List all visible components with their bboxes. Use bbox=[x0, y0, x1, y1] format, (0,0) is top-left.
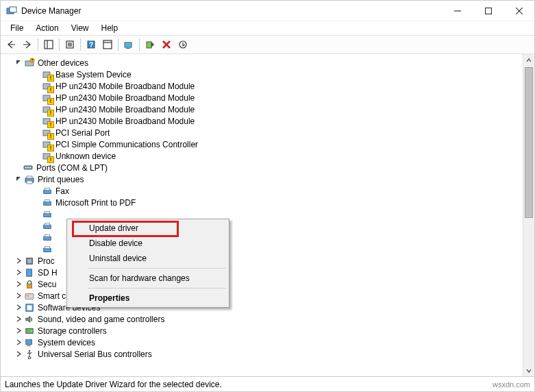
uninstall-button[interactable] bbox=[159, 37, 174, 52]
tree-node-pci-simple-comm[interactable]: PCI Simple Communications Controller bbox=[1, 138, 523, 150]
show-hide-tree-button[interactable] bbox=[41, 37, 56, 52]
chevron-right-icon[interactable] bbox=[14, 269, 23, 277]
svg-rect-1 bbox=[10, 7, 16, 12]
svg-rect-49 bbox=[45, 246, 50, 248]
tree-node-hp-broadband[interactable]: HP un2430 Mobile Broadband Module bbox=[1, 92, 523, 103]
tree-node-base-system-device[interactable]: Base System Device bbox=[1, 69, 523, 80]
chevron-right-icon[interactable] bbox=[14, 339, 23, 347]
device-tree[interactable]: ? Other devices Base System Device HP un… bbox=[1, 54, 523, 376]
chevron-right-icon[interactable] bbox=[14, 280, 23, 289]
svg-rect-41 bbox=[45, 199, 50, 201]
tree-label: HP un2430 Mobile Broadband Module bbox=[55, 82, 195, 91]
tree-node-sound-video[interactable]: Sound, video and game controllers bbox=[1, 313, 523, 325]
tree-label: Storage controllers bbox=[38, 326, 107, 336]
svg-point-33 bbox=[27, 167, 29, 168]
help-button[interactable]: ? bbox=[84, 37, 99, 52]
svg-point-34 bbox=[29, 167, 31, 168]
tree-label: Universal Serial Bus controllers bbox=[38, 350, 152, 359]
svg-rect-61 bbox=[27, 345, 31, 346]
svg-rect-53 bbox=[27, 284, 32, 288]
ctx-disable-device[interactable]: Disable device bbox=[69, 236, 227, 251]
properties-button[interactable] bbox=[62, 37, 77, 52]
tree-node-print-queues[interactable]: Print queues bbox=[1, 173, 523, 185]
svg-rect-36 bbox=[27, 176, 32, 178]
back-button[interactable] bbox=[3, 37, 18, 52]
maximize-button[interactable] bbox=[473, 1, 503, 21]
svg-rect-55 bbox=[27, 295, 29, 297]
disable-button[interactable] bbox=[175, 37, 190, 52]
tree-label: Other devices bbox=[38, 58, 88, 68]
printer-icon bbox=[42, 209, 53, 220]
tree-node-unknown-device[interactable]: Unknown device bbox=[1, 150, 523, 162]
toolbar: ? bbox=[1, 35, 534, 54]
action-center-button[interactable] bbox=[100, 37, 115, 52]
title-bar: Device Manager bbox=[1, 1, 534, 21]
menu-file[interactable]: File bbox=[5, 23, 29, 34]
tree-node-pci-serial-port[interactable]: PCI Serial Port bbox=[1, 127, 523, 138]
software-icon bbox=[24, 302, 35, 313]
ctx-properties[interactable]: Properties bbox=[69, 291, 227, 306]
tree-label: Sound, video and game controllers bbox=[38, 315, 164, 324]
chevron-right-icon[interactable] bbox=[14, 304, 23, 312]
svg-rect-14 bbox=[103, 40, 112, 49]
tree-label: Proc bbox=[38, 256, 55, 266]
security-icon bbox=[24, 279, 35, 290]
device-warning-icon bbox=[42, 81, 53, 92]
ports-icon bbox=[23, 162, 34, 173]
chevron-right-icon[interactable] bbox=[14, 350, 23, 358]
tree-label: SD H bbox=[38, 268, 58, 278]
tree-node-fax[interactable]: Fax bbox=[1, 185, 523, 197]
close-button[interactable] bbox=[503, 1, 534, 21]
tree-label: HP un2430 Mobile Broadband Module bbox=[55, 93, 195, 103]
menu-view[interactable]: View bbox=[66, 23, 95, 34]
scroll-down-button[interactable] bbox=[523, 365, 534, 376]
printer-icon bbox=[42, 197, 53, 208]
menu-help[interactable]: Help bbox=[96, 23, 124, 34]
window-controls bbox=[442, 1, 534, 21]
tree-node-hp-broadband[interactable]: HP un2430 Mobile Broadband Module bbox=[1, 103, 523, 115]
vertical-scrollbar[interactable] bbox=[523, 54, 534, 376]
tree-node-hp-broadband[interactable]: HP un2430 Mobile Broadband Module bbox=[1, 115, 523, 127]
svg-rect-25 bbox=[43, 95, 50, 101]
tree-node-usb-controllers[interactable]: Universal Serial Bus controllers bbox=[1, 348, 523, 360]
tree-node-ports[interactable]: Ports (COM & LPT) bbox=[1, 162, 523, 173]
tree-label: Ports (COM & LPT) bbox=[36, 163, 108, 173]
svg-rect-26 bbox=[43, 107, 50, 112]
toolbar-separator bbox=[80, 38, 81, 51]
sd-icon bbox=[24, 267, 35, 278]
scroll-up-button[interactable] bbox=[523, 54, 534, 66]
forward-button[interactable] bbox=[20, 37, 35, 52]
svg-rect-47 bbox=[45, 234, 50, 236]
tree-node-ms-print-pdf[interactable]: Microsoft Print to PDF bbox=[1, 197, 523, 208]
chevron-right-icon[interactable] bbox=[14, 292, 23, 300]
tree-node-hp-broadband[interactable]: HP un2430 Mobile Broadband Module bbox=[1, 80, 523, 92]
minimize-button[interactable] bbox=[442, 1, 473, 21]
menu-action[interactable]: Action bbox=[30, 23, 64, 34]
chevron-down-icon[interactable] bbox=[14, 175, 23, 184]
chevron-right-icon[interactable] bbox=[14, 327, 23, 335]
update-driver-button[interactable] bbox=[142, 37, 158, 52]
ctx-scan-hardware[interactable]: Scan for hardware changes bbox=[69, 271, 227, 286]
usb-icon bbox=[24, 349, 35, 360]
scan-hardware-button[interactable] bbox=[121, 37, 136, 52]
svg-rect-45 bbox=[45, 223, 50, 225]
ctx-update-driver[interactable]: Update driver bbox=[69, 221, 227, 236]
svg-rect-18 bbox=[147, 42, 151, 48]
tree-node-other-devices[interactable]: ? Other devices bbox=[1, 57, 523, 69]
content-area: ? Other devices Base System Device HP un… bbox=[1, 54, 534, 376]
chevron-down-icon[interactable] bbox=[14, 59, 23, 67]
printer-icon bbox=[24, 174, 35, 185]
tree-label: HP un2430 Mobile Broadband Module bbox=[55, 117, 195, 126]
svg-point-59 bbox=[32, 330, 33, 332]
device-warning-icon bbox=[42, 151, 53, 162]
ctx-uninstall-device[interactable]: Uninstall device bbox=[69, 251, 227, 266]
chevron-right-icon[interactable] bbox=[14, 257, 23, 265]
tree-node-storage-controllers[interactable]: Storage controllers bbox=[1, 325, 523, 336]
tree-node-system-devices[interactable]: System devices bbox=[1, 336, 523, 348]
status-bar: Launches the Update Driver Wizard for th… bbox=[1, 376, 534, 391]
printer-icon bbox=[42, 244, 53, 255]
chevron-right-icon[interactable] bbox=[14, 315, 23, 323]
scrollbar-thumb[interactable] bbox=[525, 67, 533, 218]
scrollbar-track-area[interactable] bbox=[523, 66, 534, 365]
svg-rect-27 bbox=[43, 119, 50, 124]
